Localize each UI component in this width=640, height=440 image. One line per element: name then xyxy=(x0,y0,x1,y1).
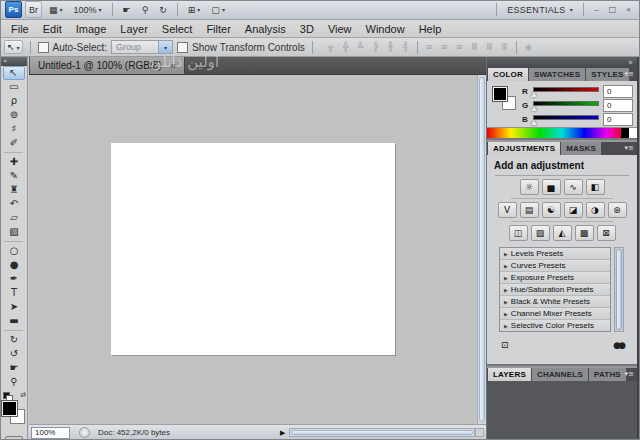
panel-menu-icon[interactable]: ▾≡ xyxy=(625,370,634,378)
preset-black-white-presets[interactable]: ▶Black & White Presets xyxy=(500,296,610,308)
distribute-right-edges-icon[interactable]: Ⅲ xyxy=(498,41,511,54)
tab-adjustments[interactable]: ADJUSTMENTS xyxy=(488,142,560,155)
3d-orbit-tool[interactable]: ↺ xyxy=(0,347,28,361)
tab-swatches[interactable]: SWATCHES xyxy=(529,68,585,81)
canvas[interactable] xyxy=(111,143,395,355)
align-top-edges-icon[interactable]: ╦ xyxy=(324,41,337,54)
hue-saturation-button[interactable]: ▤ xyxy=(520,202,539,218)
show-transform-controls-checkbox[interactable] xyxy=(177,42,188,53)
expanded-view-icon[interactable]: ⊡ xyxy=(501,340,509,350)
restore-button[interactable]: □ xyxy=(606,4,619,16)
collapse-to-icons-icon[interactable]: » xyxy=(628,58,633,68)
curves-button[interactable]: ∿ xyxy=(564,179,583,195)
g-slider-track[interactable] xyxy=(533,101,599,106)
tools-panel-header[interactable]: » xyxy=(0,57,27,66)
distribute-left-edges-icon[interactable]: Ⅲ xyxy=(468,41,481,54)
b-slider-handle[interactable] xyxy=(531,120,537,125)
photo-filter-button[interactable]: ◑ xyxy=(586,202,605,218)
b-value-input[interactable]: 0 xyxy=(603,113,633,126)
tab-paths[interactable]: PATHS xyxy=(589,368,626,381)
path-selection-tool[interactable]: ➤ xyxy=(0,300,28,314)
tab-color[interactable]: COLOR xyxy=(488,68,528,81)
spot-healing-brush-tool[interactable]: ✚ xyxy=(0,155,28,169)
zoom-level-button[interactable]: 100% ▾ xyxy=(70,1,106,18)
launch-bridge-button[interactable]: Br xyxy=(25,1,42,18)
close-tab-icon[interactable]: × xyxy=(171,61,176,71)
ramp-white-swatch[interactable] xyxy=(629,128,637,138)
distribute-top-edges-icon[interactable]: ≡ xyxy=(423,41,436,54)
r-slider-handle[interactable] xyxy=(531,92,537,97)
zoom-tool-button[interactable]: ⚲ xyxy=(138,1,153,18)
eyedropper-tool[interactable]: ✐ xyxy=(0,136,28,150)
r-value-input[interactable]: 0 xyxy=(603,85,633,98)
tool-preset-picker[interactable]: ↖ ▾ xyxy=(4,40,23,54)
3d-rotate-tool[interactable]: ↻ xyxy=(0,333,28,347)
menu-window[interactable]: Window xyxy=(359,23,412,35)
preset-exposure-presets[interactable]: ▶Exposure Presets xyxy=(500,272,610,284)
vibrance-button[interactable]: V xyxy=(498,202,517,218)
vertical-scrollbar-thumb[interactable] xyxy=(479,77,485,422)
status-zoom-input[interactable]: 100% xyxy=(31,427,70,439)
menu-layer[interactable]: Layer xyxy=(113,23,155,35)
black-white-button[interactable]: ◪ xyxy=(564,202,583,218)
presets-scrollbar[interactable] xyxy=(614,247,624,332)
r-slider[interactable] xyxy=(533,85,599,97)
workspace-switcher-button[interactable]: ESSENTIALS ▾ xyxy=(503,5,577,15)
panel-menu-icon[interactable]: ▾≡ xyxy=(625,144,634,152)
tab-styles[interactable]: STYLES xyxy=(586,68,628,81)
ramp-black-swatch[interactable] xyxy=(621,128,629,138)
g-slider-handle[interactable] xyxy=(531,106,537,111)
align-right-edges-icon[interactable]: ╣ xyxy=(399,41,412,54)
auto-select-dropdown[interactable]: Group ▾ xyxy=(111,40,173,54)
preset-hue-saturation-presets[interactable]: ▶Hue/Saturation Presets xyxy=(500,284,610,296)
preset-selective-color-presets[interactable]: ▶Selective Color Presets xyxy=(500,320,610,331)
g-slider[interactable] xyxy=(533,99,599,111)
close-button[interactable]: × xyxy=(622,4,635,16)
panel-menu-icon[interactable]: ▾≡ xyxy=(625,70,634,78)
menu-view[interactable]: View xyxy=(321,23,359,35)
posterize-button[interactable]: ▨ xyxy=(531,225,550,241)
align-vertical-centers-icon[interactable]: ╬ xyxy=(339,41,352,54)
selective-color-button[interactable]: ⊠ xyxy=(597,225,616,241)
canvas-region[interactable] xyxy=(29,75,477,424)
hand-tool[interactable]: ☛ xyxy=(0,361,28,375)
exposure-button[interactable]: ◧ xyxy=(586,179,605,195)
distribute-horizontal-centers-icon[interactable]: Ⅲ xyxy=(483,41,496,54)
menu-filter[interactable]: Filter xyxy=(199,23,237,35)
tab-masks[interactable]: MASKS xyxy=(561,142,601,155)
zoom-tool[interactable]: ⚲ xyxy=(0,375,28,389)
history-brush-tool[interactable]: ↶ xyxy=(0,197,28,211)
tab-layers[interactable]: LAYERS xyxy=(488,368,531,381)
b-slider[interactable] xyxy=(533,113,599,125)
lasso-tool[interactable]: ρ xyxy=(0,94,28,108)
move-tool[interactable]: ↖ xyxy=(3,66,25,80)
view-extras-button[interactable]: ▦ ▾ xyxy=(45,1,67,18)
preset-curves-presets[interactable]: ▶Curves Presets xyxy=(500,260,610,272)
gradient-tool[interactable]: ▧ xyxy=(0,225,28,239)
menu-analysis[interactable]: Analysis xyxy=(238,23,293,35)
menu-select[interactable]: Select xyxy=(155,23,200,35)
gradient-map-button[interactable]: ▩ xyxy=(575,225,594,241)
auto-select-checkbox[interactable] xyxy=(38,42,49,53)
color-spectrum-ramp[interactable] xyxy=(487,127,637,138)
r-slider-track[interactable] xyxy=(533,87,599,92)
rotate-view-button[interactable]: ↻ xyxy=(155,1,171,18)
brush-tool[interactable]: ✎ xyxy=(0,169,28,183)
align-left-edges-icon[interactable]: ╠ xyxy=(369,41,382,54)
presets-scrollbar-thumb[interactable] xyxy=(616,249,622,330)
status-knob-icon[interactable] xyxy=(79,427,90,438)
visibility-toggle-icon[interactable]: ●● xyxy=(613,340,623,350)
type-tool[interactable]: T xyxy=(0,286,28,300)
threshold-button[interactable]: ◭ xyxy=(553,225,572,241)
tab-channels[interactable]: CHANNELS xyxy=(532,368,588,381)
vertical-scrollbar[interactable] xyxy=(477,75,486,424)
color-balance-button[interactable]: ☯ xyxy=(542,202,561,218)
horizontal-scrollbar-thumb[interactable] xyxy=(291,430,473,435)
swap-colors-icon[interactable]: ⇄ xyxy=(20,391,26,399)
screen-mode-button[interactable]: ▢ ▾ xyxy=(207,1,229,18)
invert-button[interactable]: ◫ xyxy=(509,225,528,241)
brightness-contrast-button[interactable]: ☼ xyxy=(520,179,539,195)
crop-tool[interactable]: ♯ xyxy=(0,122,28,136)
rectangular-marquee-tool[interactable]: ▭ xyxy=(0,80,28,94)
preset-channel-mixer-presets[interactable]: ▶Channel Mixer Presets xyxy=(500,308,610,320)
